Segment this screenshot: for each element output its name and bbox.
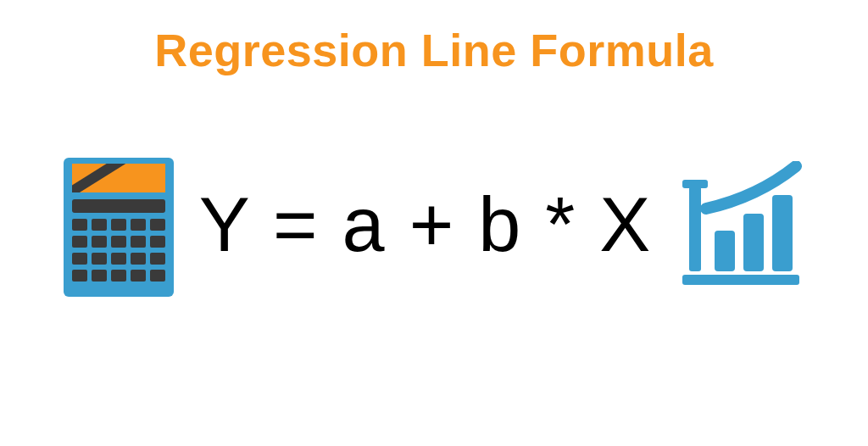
svg-rect-36: [689, 187, 701, 271]
svg-rect-29: [150, 253, 165, 265]
svg-rect-27: [111, 253, 126, 265]
svg-rect-17: [111, 219, 126, 231]
svg-rect-40: [772, 195, 793, 271]
svg-rect-23: [131, 236, 146, 248]
svg-rect-32: [111, 270, 126, 282]
svg-rect-14: [72, 199, 165, 213]
svg-rect-39: [743, 214, 764, 271]
svg-rect-26: [92, 253, 107, 265]
svg-rect-35: [682, 275, 799, 285]
svg-rect-22: [111, 236, 126, 248]
svg-rect-15: [72, 219, 87, 231]
svg-rect-25: [72, 253, 87, 265]
svg-rect-28: [131, 253, 146, 265]
svg-rect-20: [72, 236, 87, 248]
svg-rect-31: [92, 270, 107, 282]
page-title: Regression Line Formula: [0, 24, 868, 76]
svg-rect-19: [150, 219, 165, 231]
calculator-icon: [64, 153, 174, 297]
svg-rect-24: [150, 236, 165, 248]
svg-rect-34: [150, 270, 165, 282]
svg-rect-37: [682, 180, 708, 188]
svg-rect-21: [92, 236, 107, 248]
svg-rect-18: [131, 219, 146, 231]
svg-rect-30: [72, 270, 87, 282]
svg-rect-33: [131, 270, 146, 282]
growth-chart-icon: [677, 161, 804, 288]
formula-row: Y = a + b * X: [0, 153, 868, 297]
formula-text: Y = a + b * X: [199, 181, 653, 269]
svg-rect-16: [92, 219, 107, 231]
svg-rect-38: [715, 231, 735, 271]
